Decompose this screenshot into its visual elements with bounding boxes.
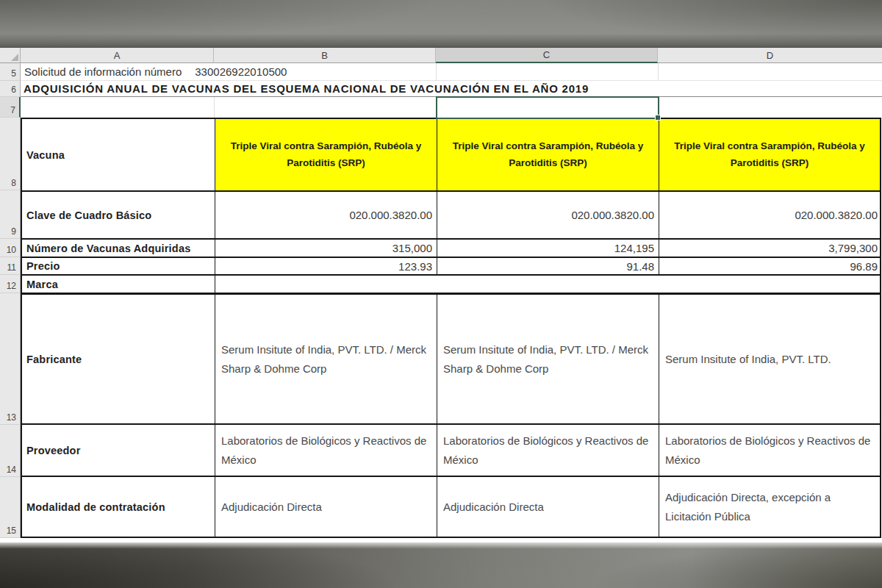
- cell-a15-modalidad-label[interactable]: Modalidad de contratación: [22, 476, 215, 537]
- spreadsheet-grid: A B C D 5 6 7 8 9 10 11 12 13 14 15 Soli…: [0, 48, 882, 542]
- gridline: [658, 63, 659, 80]
- cell-c8-vaccine-name[interactable]: Triple Viral contra Sarampión, Rubéola y…: [437, 119, 659, 190]
- row-header-12[interactable]: 12: [0, 275, 21, 293]
- column-header-c-selected[interactable]: C: [436, 48, 658, 63]
- cell-b14-proveedor[interactable]: Laboratorios de Biológicos y Reactivos d…: [215, 423, 437, 476]
- cell-b12-marca-empty[interactable]: [215, 274, 880, 293]
- cell-b11-precio[interactable]: 123.93: [215, 257, 437, 274]
- column-header-row: A B C D: [0, 48, 882, 63]
- column-header-d[interactable]: D: [658, 48, 882, 63]
- info-number: 330026922010500: [195, 65, 287, 78]
- bottom-letterbox-bar: [0, 542, 882, 588]
- gridline: [214, 97, 215, 118]
- cell-a5-info[interactable]: Solicitud de información número 33002692…: [21, 63, 882, 81]
- cell-a14-proveedor-label[interactable]: Proveedor: [22, 423, 215, 476]
- row-header-7-selected[interactable]: 7: [0, 97, 21, 118]
- cell-a8-vacuna-label[interactable]: Vacuna: [22, 119, 215, 190]
- row-header-13[interactable]: 13: [0, 293, 21, 425]
- cell-d14-proveedor[interactable]: Laboratorios de Biológicos y Reactivos d…: [659, 423, 880, 476]
- cell-b15-modalidad[interactable]: Adjudicación Directa: [215, 476, 437, 537]
- cell-d11-precio[interactable]: 96.89: [659, 257, 880, 274]
- cell-d15-modalidad[interactable]: Adjudicación Directa, excepción a Licita…: [659, 476, 880, 537]
- cell-d13-fabricante[interactable]: Serum Insitute of India, PVT. LTD.: [659, 293, 880, 423]
- cell-d10-cantidad[interactable]: 3,799,300: [659, 238, 880, 257]
- cell-c11-precio[interactable]: 91.48: [437, 257, 659, 274]
- data-table: Vacuna Triple Viral contra Sarampión, Ru…: [21, 118, 881, 538]
- cell-a12-marca-label[interactable]: Marca: [22, 274, 215, 293]
- cell-b10-cantidad[interactable]: 315,000: [215, 238, 437, 257]
- cell-a9-clave-label[interactable]: Clave de Cuadro Básico: [22, 190, 215, 238]
- cell-c10-cantidad[interactable]: 124,195: [437, 238, 659, 257]
- cell-a13-fabricante-label[interactable]: Fabricante: [22, 293, 215, 423]
- column-header-b[interactable]: B: [214, 48, 436, 63]
- row-header-6[interactable]: 6: [0, 81, 21, 97]
- select-all-icon: [11, 54, 18, 61]
- row-header-9[interactable]: 9: [0, 190, 21, 239]
- top-letterbox-bar: [0, 0, 882, 48]
- cell-b8-vaccine-name[interactable]: Triple Viral contra Sarampión, Rubéola y…: [215, 119, 437, 190]
- column-header-a[interactable]: A: [21, 48, 214, 63]
- cell-d9-clave[interactable]: 020.000.3820.00: [659, 190, 880, 238]
- screenshot-root: { "columns": ["A", "B", "C", "D"], "row_…: [0, 0, 882, 588]
- row-header-strip: 5 6 7 8 9 10 11 12 13 14 15: [0, 63, 21, 538]
- row-header-5[interactable]: 5: [0, 63, 21, 81]
- cell-a10-numero-label[interactable]: Número de Vacunas Adquiridas: [22, 238, 215, 257]
- cell-c13-fabricante[interactable]: Serum Insitute of India, PVT. LTD. / Mer…: [437, 293, 659, 423]
- row-header-11[interactable]: 11: [0, 257, 21, 275]
- cell-c15-modalidad[interactable]: Adjudicación Directa: [437, 476, 659, 537]
- row-header-10[interactable]: 10: [0, 239, 21, 257]
- cell-d8-vaccine-name[interactable]: Triple Viral contra Sarampión, Rubéola y…: [659, 119, 880, 190]
- fill-handle[interactable]: [655, 115, 661, 121]
- info-label: Solicitud de información número: [24, 65, 182, 78]
- cell-a11-precio-label[interactable]: Precio: [22, 257, 215, 274]
- cell-b13-fabricante[interactable]: Serum Insitute of India, PVT. LTD. / Mer…: [215, 293, 437, 423]
- cell-b9-clave[interactable]: 020.000.3820.00: [215, 190, 437, 238]
- row-header-8[interactable]: 8: [0, 118, 21, 190]
- select-all-corner[interactable]: [0, 48, 21, 63]
- cell-c7-selection-outline[interactable]: [436, 96, 659, 119]
- row-header-14[interactable]: 14: [0, 425, 21, 477]
- cell-a6-title[interactable]: ADQUISICIÓN ANUAL DE VACUNAS DEL ESQUEMA…: [21, 81, 882, 97]
- cell-c14-proveedor[interactable]: Laboratorios de Biológicos y Reactivos d…: [437, 423, 659, 476]
- gridline: [436, 63, 437, 80]
- cell-c9-clave[interactable]: 020.000.3820.00: [437, 190, 659, 238]
- row-header-15[interactable]: 15: [0, 477, 21, 538]
